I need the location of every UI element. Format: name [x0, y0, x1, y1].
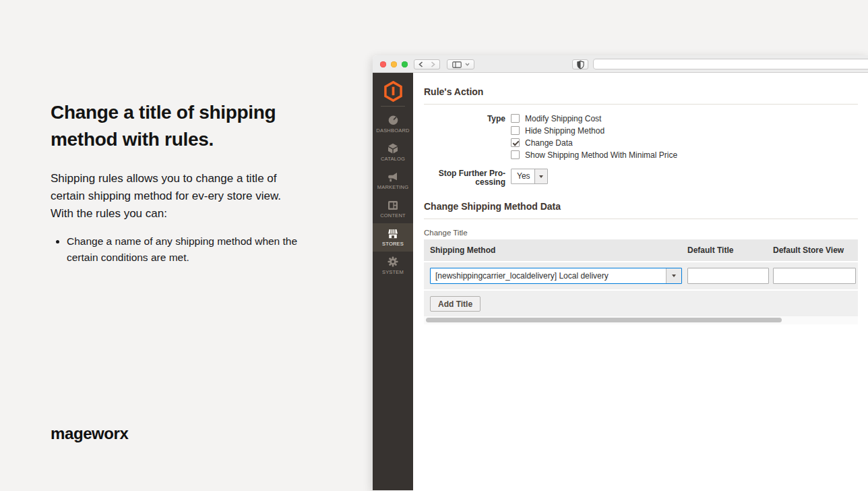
shipping-method-select[interactable]: [newshippingcarrier_localdelivery] Local…: [430, 268, 682, 284]
sidebar-item-marketing[interactable]: MARKETING: [373, 167, 413, 195]
checkbox-modify-shipping-cost[interactable]: [511, 114, 520, 123]
catalog-icon: [388, 143, 398, 154]
dashboard-icon: [388, 115, 399, 125]
marketing-icon: [388, 172, 398, 182]
browser-window: DASHBOARD CATALOG MARKETING: [373, 55, 868, 491]
section-divider: [424, 104, 858, 105]
sidebar-toggle-button[interactable]: [447, 59, 474, 69]
admin-sidebar: DASHBOARD CATALOG MARKETING: [373, 73, 413, 490]
option-change-data: Change Data: [511, 138, 677, 147]
option-modify-shipping-cost: Modify Shipping Cost: [511, 114, 677, 123]
option-hide-shipping-method: Hide Shipping Method: [511, 126, 677, 135]
sidebar-item-catalog[interactable]: CATALOG: [373, 138, 413, 167]
list-item: Change a name of any shipping method whe…: [67, 233, 340, 266]
horizontal-scrollbar[interactable]: [424, 316, 858, 324]
sidebar-item-dashboard[interactable]: DASHBOARD: [373, 110, 413, 138]
magento-logo[interactable]: [373, 76, 413, 106]
select-arrow-icon: [534, 169, 547, 183]
marketing-panel: Change a title of shipping method with r…: [51, 0, 340, 266]
option-show-shipping-method-minimal-price: Show Shipping Method With Minimal Price: [511, 150, 677, 159]
stop-further-processing-label: Stop Further Pro- cessing: [424, 169, 505, 187]
default-title-input[interactable]: [687, 268, 769, 284]
magento-logo-icon: [384, 81, 402, 102]
address-bar[interactable]: [593, 59, 868, 69]
shield-icon: [577, 60, 584, 69]
sidebar-icon: [452, 61, 462, 68]
checkbox-change-data[interactable]: [511, 138, 520, 147]
table-footer-row: Add Title: [424, 291, 858, 316]
system-icon: [388, 256, 398, 267]
header-default-title: Default Title: [687, 246, 769, 255]
browser-toolbar: [373, 55, 868, 73]
sidebar-divider: [381, 106, 405, 107]
section-title-rules-action: Rule's Action: [424, 86, 858, 97]
header-default-store-view: Default Store View: [773, 246, 856, 255]
type-options: Modify Shipping Cost Hide Shipping Metho…: [511, 114, 677, 163]
forward-button[interactable]: [427, 59, 440, 69]
page-title-line1: Change a title of shipping: [51, 99, 340, 126]
section-title-change-shipping-method-data: Change Shipping Method Data: [424, 201, 858, 212]
add-title-button[interactable]: Add Title: [430, 296, 480, 312]
mageworx-logo: mageworx: [51, 424, 129, 443]
scrollbar-thumb[interactable]: [426, 318, 782, 322]
checkbox-show-shipping-method-minimal-price[interactable]: [511, 150, 520, 159]
stores-icon: [387, 229, 399, 239]
chevron-down-icon: [465, 63, 470, 66]
select-arrow-icon: [666, 268, 681, 283]
page-title: Change a title of shipping method with r…: [51, 99, 340, 153]
intro-paragraph: Shipping rules allows you to change a ti…: [51, 170, 340, 223]
sidebar-item-content[interactable]: CONTENT: [373, 195, 413, 223]
header-shipping-method: Shipping Method: [430, 246, 682, 255]
page-title-line2: method with rules.: [51, 126, 340, 153]
chevron-right-icon: [431, 61, 435, 67]
close-window-button[interactable]: [380, 61, 386, 67]
minimize-window-button[interactable]: [391, 61, 397, 67]
stop-further-processing-select[interactable]: Yes: [511, 169, 548, 184]
zoom-window-button[interactable]: [402, 61, 408, 67]
content-icon: [388, 200, 398, 210]
type-label: Type: [424, 114, 505, 163]
back-button[interactable]: [414, 59, 427, 69]
sidebar-item-system[interactable]: SYSTEM: [373, 252, 413, 280]
section-divider: [424, 219, 858, 219]
sidebar-item-stores[interactable]: STORES: [373, 223, 413, 252]
change-title-label: Change Title: [424, 229, 858, 237]
change-title-table: Shipping Method Default Title Default St…: [424, 239, 858, 324]
admin-content: Rule's Action Type Modify Shipping Cost …: [413, 73, 868, 490]
checkbox-hide-shipping-method[interactable]: [511, 126, 520, 135]
chevron-left-icon: [418, 61, 423, 67]
table-header-row: Shipping Method Default Title Default St…: [424, 239, 858, 261]
default-store-view-input[interactable]: [773, 268, 856, 284]
feature-list: Change a name of any shipping method whe…: [51, 233, 340, 266]
table-row: [newshippingcarrier_localdelivery] Local…: [424, 262, 858, 289]
privacy-shield-button[interactable]: [572, 59, 588, 69]
